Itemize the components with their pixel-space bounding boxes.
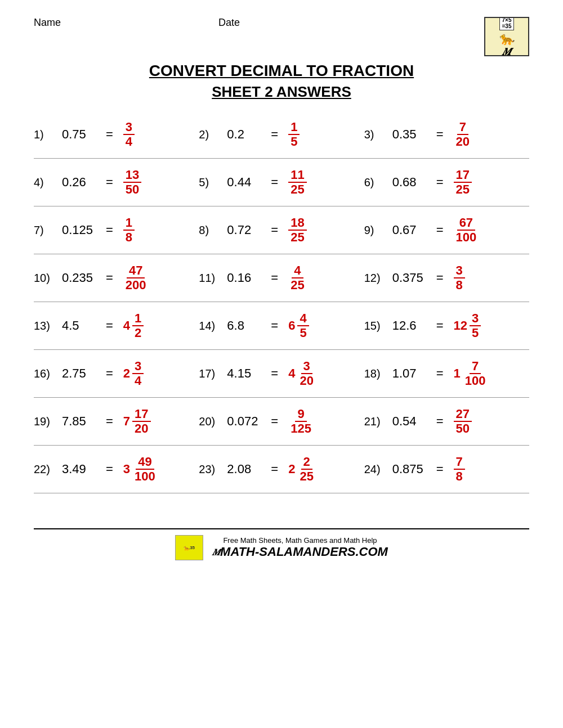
whole-part: 4 xyxy=(288,366,295,381)
denominator: 20 xyxy=(454,135,472,149)
denominator: 50 xyxy=(454,422,472,435)
denominator: 200 xyxy=(123,278,149,292)
problem-number: 20) xyxy=(199,415,221,428)
fraction-part: 34 xyxy=(132,359,144,388)
decimal-value: 0.125 xyxy=(62,223,96,237)
equals-sign: = xyxy=(436,318,444,333)
problem-row: 19)7.85=7172020)0.072=912521)0.54=2750 xyxy=(34,399,529,444)
decimal-value: 1.07 xyxy=(392,366,426,381)
fraction-part: 35 xyxy=(470,312,481,340)
decimal-value: 0.75 xyxy=(62,127,96,142)
numerator: 17 xyxy=(454,168,472,183)
problem-cell: 19)7.85=71720 xyxy=(34,407,199,435)
fraction-answer: 425 xyxy=(288,264,306,292)
denominator: 8 xyxy=(123,231,135,244)
whole-part: 6 xyxy=(288,318,295,333)
denominator: 100 xyxy=(454,231,479,244)
problem-cell: 24)0.875=78 xyxy=(364,455,529,483)
numerator: 1 xyxy=(132,312,144,326)
numerator: 7 xyxy=(457,120,468,135)
denominator: 20 xyxy=(132,422,150,435)
mixed-number-answer: 234 xyxy=(123,359,144,388)
equals-sign: = xyxy=(436,414,444,429)
fraction-answer: 38 xyxy=(454,264,465,292)
denominator: 5 xyxy=(288,135,300,149)
footer-logo: 𝑴MATH-SALAMANDERS.COM xyxy=(212,545,388,559)
numerator: 13 xyxy=(123,168,141,183)
denominator: 25 xyxy=(454,183,472,196)
numerator: 47 xyxy=(127,264,145,278)
equals-sign: = xyxy=(436,462,444,477)
fraction-answer: 2750 xyxy=(454,407,472,435)
equals-sign: = xyxy=(271,318,278,333)
numerator: 3 xyxy=(301,359,312,374)
problem-number: 11) xyxy=(199,272,221,285)
denominator: 5 xyxy=(470,326,481,340)
problem-cell: 12)0.375=38 xyxy=(364,264,529,292)
fraction-part: 225 xyxy=(297,455,315,483)
decimal-value: 4.15 xyxy=(227,366,261,381)
footer: 🐆35 Free Math Sheets, Math Games and Mat… xyxy=(34,528,529,560)
top-right-logo: 7×5=35 🐆 𝑴 xyxy=(484,17,529,56)
problem-number: 9) xyxy=(364,224,387,237)
title-section: CONVERT DECIMAL TO FRACTION SHEET 2 ANSW… xyxy=(34,62,529,101)
problem-number: 22) xyxy=(34,463,56,476)
problem-number: 24) xyxy=(364,463,387,476)
denominator: 8 xyxy=(454,470,465,483)
fraction-answer: 1350 xyxy=(123,168,141,196)
equals-sign: = xyxy=(271,127,278,142)
denominator: 25 xyxy=(288,183,306,196)
row-divider xyxy=(34,397,529,398)
mixed-number-answer: 412 xyxy=(123,312,144,340)
whole-part: 2 xyxy=(123,366,130,381)
mixed-number-answer: 4320 xyxy=(288,359,316,388)
problem-number: 2) xyxy=(199,128,221,141)
problem-number: 6) xyxy=(364,176,387,189)
numerator: 3 xyxy=(454,264,465,278)
numerator: 27 xyxy=(454,407,472,422)
equals-sign: = xyxy=(106,414,113,429)
problem-cell: 6)0.68=1725 xyxy=(364,168,529,196)
problem-cell: 9)0.67=67100 xyxy=(364,216,529,244)
decimal-value: 0.35 xyxy=(392,127,426,142)
decimal-value: 0.72 xyxy=(227,223,261,237)
numerator: 1 xyxy=(288,120,300,135)
equals-sign: = xyxy=(271,462,278,477)
problem-cell: 22)3.49=349100 xyxy=(34,455,199,483)
name-label: Name xyxy=(34,17,61,29)
footer-tagline: Free Math Sheets, Math Games and Math He… xyxy=(223,536,377,545)
top-bar: Name Date 7×5=35 🐆 𝑴 xyxy=(34,17,529,56)
name-date-labels: Name Date xyxy=(34,17,240,29)
denominator: 100 xyxy=(132,470,158,483)
decimal-value: 0.16 xyxy=(227,271,261,285)
problem-cell: 23)2.08=2225 xyxy=(199,455,364,483)
problem-cell: 8)0.72=1825 xyxy=(199,216,364,244)
decimal-value: 0.44 xyxy=(227,175,261,190)
problem-number: 19) xyxy=(34,415,56,428)
problem-cell: 14)6.8=645 xyxy=(199,312,364,340)
problem-number: 21) xyxy=(364,415,387,428)
mixed-number-answer: 645 xyxy=(288,312,309,340)
row-divider xyxy=(34,349,529,350)
problem-cell: 10)0.235=47200 xyxy=(34,264,199,292)
denominator: 8 xyxy=(454,278,465,292)
equals-sign: = xyxy=(106,318,113,333)
mixed-number-answer: 71720 xyxy=(123,407,151,435)
problem-row: 4)0.26=13505)0.44=11256)0.68=1725 xyxy=(34,160,529,205)
problem-cell: 21)0.54=2750 xyxy=(364,407,529,435)
denominator: 4 xyxy=(132,374,144,388)
whole-part: 3 xyxy=(123,462,130,477)
problem-cell: 17)4.15=4320 xyxy=(199,359,364,388)
logo-animal: 🐆 xyxy=(499,32,515,46)
fraction-answer: 1125 xyxy=(288,168,306,196)
problem-cell: 7)0.125=18 xyxy=(34,216,199,244)
problem-number: 8) xyxy=(199,224,221,237)
equals-sign: = xyxy=(271,366,278,381)
equals-sign: = xyxy=(271,271,278,285)
problem-cell: 20)0.072=9125 xyxy=(199,407,364,435)
decimal-value: 3.49 xyxy=(62,462,96,477)
decimal-value: 0.2 xyxy=(227,127,261,142)
problem-number: 3) xyxy=(364,128,387,141)
problem-number: 10) xyxy=(34,272,56,285)
whole-part: 1 xyxy=(454,366,461,381)
